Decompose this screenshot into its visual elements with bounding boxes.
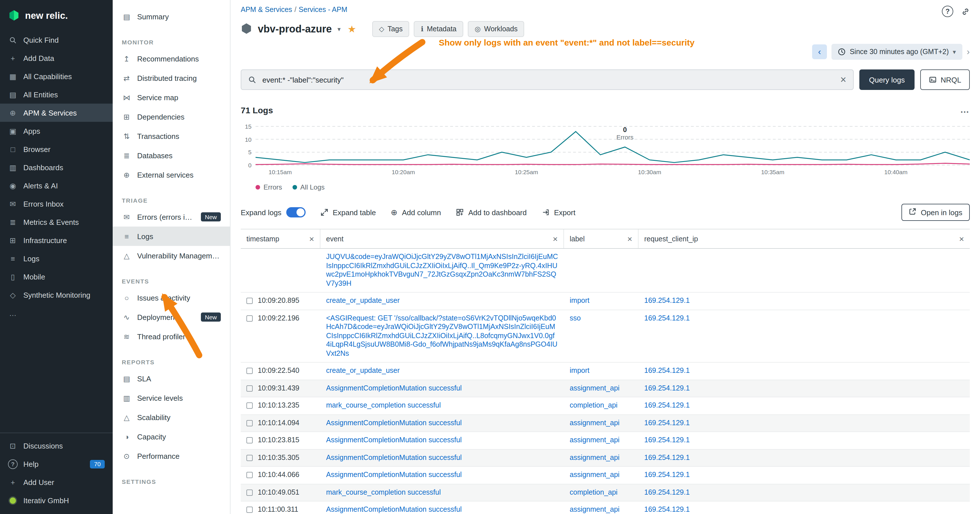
sidebar-item-more[interactable]: … [0, 304, 113, 322]
event-link[interactable]: create_or_update_user [326, 367, 400, 374]
row-expand-icon[interactable] [247, 420, 253, 426]
sidebar-item-alerts-ai[interactable]: ◉Alerts & AI [0, 177, 113, 195]
time-picker[interactable]: Since 30 minutes ago (GMT+2) ▾ [832, 44, 962, 60]
sidebar-item-infrastructure[interactable]: ⊞Infrastructure [0, 231, 113, 249]
metadata-button[interactable]: ℹMetadata [414, 21, 463, 37]
sidebar-item-metrics-events[interactable]: ≣Metrics & Events [0, 213, 113, 231]
label-link[interactable]: assignment_api [570, 471, 619, 479]
sidebar-item-errors-inbox[interactable]: ✉Errors Inbox [0, 195, 113, 213]
open-in-logs-button[interactable]: Open in logs [902, 204, 970, 221]
sidebar-item-discussions[interactable]: ⊡Discussions [0, 437, 113, 455]
request-client-ip-link[interactable]: 169.254.129.1 [644, 401, 690, 409]
sidebar-item-mobile[interactable]: ▯Mobile [0, 267, 113, 286]
event-link[interactable]: <ASGIRequest: GET '/sso/callback/?state=… [326, 314, 557, 357]
remove-column-request-client-ip-icon[interactable]: × [959, 234, 964, 243]
export-button[interactable]: Export [541, 208, 575, 216]
entity-nav-item-service-map[interactable]: ⋈Service map [113, 88, 230, 107]
label-link[interactable]: completion_api [570, 401, 617, 409]
row-expand-icon[interactable] [247, 315, 253, 321]
entity-nav-item-service-levels[interactable]: ▥Service levels [113, 388, 230, 407]
row-expand-icon[interactable] [247, 455, 253, 461]
sidebar-item-all-capabilities[interactable]: ▦All Capabilities [0, 67, 113, 85]
label-link[interactable]: assignment_api [570, 384, 619, 392]
tags-button[interactable]: ◇Tags [372, 21, 409, 37]
new-relic-logo[interactable]: new relic. [0, 0, 113, 31]
row-expand-icon[interactable] [247, 298, 253, 304]
sidebar-item-apps[interactable]: ▣Apps [0, 122, 113, 140]
event-link[interactable]: AssignmentCompletionMutation successful [326, 471, 462, 479]
row-expand-icon[interactable] [247, 472, 253, 478]
sidebar-item-apm-services[interactable]: ⊕APM & Services [0, 103, 113, 122]
sidebar-item-quick-find[interactable]: Quick Find [0, 31, 113, 49]
add-column-button[interactable]: ⊕ Add column [391, 208, 441, 217]
sidebar-item-browser[interactable]: □Browser [0, 140, 113, 158]
label-link[interactable]: assignment_api [570, 454, 619, 461]
time-back-button[interactable]: ‹ [812, 45, 827, 59]
label-link[interactable]: completion_api [570, 488, 617, 496]
row-expand-icon[interactable] [247, 403, 253, 409]
time-forward-button[interactable]: › [967, 47, 970, 57]
row-expand-icon[interactable] [247, 437, 253, 443]
entity-nav-item-vulnerability-management[interactable]: △Vulnerability Management [113, 246, 230, 265]
request-client-ip-link[interactable]: 169.254.129.1 [644, 419, 690, 426]
add-to-dashboard-button[interactable]: Add to dashboard [456, 208, 527, 216]
sidebar-item-synthetic-monitoring[interactable]: ◇Synthetic Monitoring [0, 286, 113, 304]
entity-nav-item-capacity[interactable]: ◑Capacity [113, 427, 230, 446]
row-expand-icon[interactable] [247, 507, 253, 513]
sidebar-item-dashboards[interactable]: ▥Dashboards [0, 158, 113, 177]
event-link[interactable]: mark_course_completion successful [326, 488, 441, 496]
entity-nav-item-scalability[interactable]: △Scalability [113, 407, 230, 427]
event-link[interactable]: mark_course_completion successful [326, 401, 441, 409]
event-link[interactable]: AssignmentCompletionMutation successful [326, 454, 462, 461]
event-link[interactable]: AssignmentCompletionMutation successful [326, 436, 462, 444]
label-link[interactable]: assignment_api [570, 506, 619, 514]
entity-nav-item-errors-errors-inb[interactable]: ✉Errors (errors inb...New [113, 207, 230, 226]
sidebar-item-add-data[interactable]: +Add Data [0, 49, 113, 67]
breadcrumb-apm-services[interactable]: APM & Services [241, 6, 292, 14]
request-client-ip-link[interactable]: 169.254.129.1 [644, 436, 690, 444]
entity-nav-item-transactions[interactable]: ⇅Transactions [113, 126, 230, 146]
favorite-star-icon[interactable]: ★ [347, 23, 356, 35]
event-link[interactable]: AssignmentCompletionMutation successful [326, 506, 462, 514]
label-link[interactable]: import [570, 296, 589, 304]
row-expand-icon[interactable] [247, 368, 253, 374]
request-client-ip-link[interactable]: 169.254.129.1 [644, 454, 690, 461]
event-link[interactable]: JUQVU&code=eyJraWQiOiJjcGltY29yZV8wOTl1M… [326, 253, 558, 287]
request-client-ip-link[interactable]: 169.254.129.1 [644, 314, 690, 322]
remove-column-event-icon[interactable]: × [553, 234, 558, 243]
entity-nav-item-issues-activity[interactable]: ○Issues & activity [113, 288, 230, 307]
nrql-button[interactable]: NRQL [920, 70, 970, 90]
permalink-icon[interactable] [961, 7, 970, 16]
label-link[interactable]: import [570, 367, 589, 374]
clear-search-icon[interactable]: × [840, 75, 846, 85]
entity-nav-item-deployments[interactable]: ∿DeploymentsNew [113, 307, 230, 327]
request-client-ip-link[interactable]: 169.254.129.1 [644, 367, 690, 374]
more-options-button[interactable]: … [960, 105, 970, 115]
request-client-ip-link[interactable]: 169.254.129.1 [644, 471, 690, 479]
entity-nav-item-logs[interactable]: ≡Logs [113, 226, 230, 246]
expand-logs-toggle[interactable] [286, 207, 305, 218]
sidebar-item-help[interactable]: ?Help70 [0, 455, 113, 473]
request-client-ip-link[interactable]: 169.254.129.1 [644, 488, 690, 496]
breadcrumb-services-apm[interactable]: Services - APM [299, 6, 347, 14]
label-link[interactable]: assignment_api [570, 419, 619, 426]
remove-column-timestamp-icon[interactable]: × [309, 234, 314, 243]
row-expand-icon[interactable] [247, 385, 253, 391]
log-search-input[interactable] [261, 75, 835, 84]
entity-nav-item-distributed-tracing[interactable]: ⇄Distributed tracing [113, 68, 230, 88]
entity-nav-item-recommendations[interactable]: ↥Recommendations [113, 49, 230, 68]
legend-all-logs[interactable]: All Logs [292, 183, 325, 191]
entity-nav-item-external-services[interactable]: ⊕External services [113, 165, 230, 185]
label-link[interactable]: assignment_api [570, 436, 619, 444]
entity-nav-item-performance[interactable]: ⊙Performance [113, 446, 230, 466]
sidebar-item-iterativ-gmbh[interactable]: Iterativ GmbH [0, 491, 113, 509]
entity-nav-item-dependencies[interactable]: ⊞Dependencies [113, 107, 230, 126]
request-client-ip-link[interactable]: 169.254.129.1 [644, 296, 690, 304]
entity-nav-item-thread-profiler[interactable]: ≋Thread profiler [113, 327, 230, 346]
remove-column-label-icon[interactable]: × [627, 234, 632, 243]
query-logs-button[interactable]: Query logs [859, 70, 915, 90]
expand-table-button[interactable]: Expand table [320, 208, 376, 216]
legend-errors[interactable]: Errors [256, 183, 282, 191]
sidebar-item-all-entities[interactable]: ▤All Entities [0, 85, 113, 103]
event-link[interactable]: AssignmentCompletionMutation successful [326, 419, 462, 426]
